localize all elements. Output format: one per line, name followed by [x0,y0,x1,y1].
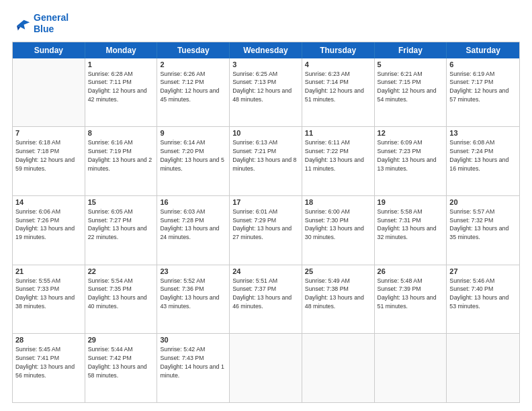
day-cell-26: 26Sunrise: 5:48 AMSunset: 7:39 PMDayligh… [375,265,447,334]
day-number: 3 [232,60,299,68]
day-cell-28: 28Sunrise: 5:45 AMSunset: 7:41 PMDayligh… [13,334,85,402]
day-cell-12: 12Sunrise: 6:09 AMSunset: 7:23 PMDayligh… [375,127,447,195]
empty-cell [375,334,447,402]
day-info: Sunrise: 6:14 AMSunset: 7:20 PMDaylight:… [160,138,226,173]
day-cell-9: 9Sunrise: 6:14 AMSunset: 7:20 PMDaylight… [157,127,230,195]
day-cell-16: 16Sunrise: 6:03 AMSunset: 7:28 PMDayligh… [157,196,230,265]
day-number: 30 [160,336,226,344]
day-info: Sunrise: 6:26 AMSunset: 7:12 PMDaylight:… [160,70,226,104]
header-day-friday: Friday [375,42,447,58]
day-number: 18 [305,198,371,206]
day-number: 16 [160,198,226,206]
day-number: 8 [88,129,154,137]
day-info: Sunrise: 6:06 AMSunset: 7:26 PMDaylight:… [15,208,82,242]
day-number: 14 [15,198,82,206]
day-cell-14: 14Sunrise: 6:06 AMSunset: 7:26 PMDayligh… [13,196,85,265]
day-number: 5 [378,60,444,68]
day-cell-17: 17Sunrise: 6:01 AMSunset: 7:29 PMDayligh… [230,196,302,265]
day-info: Sunrise: 6:11 AMSunset: 7:22 PMDaylight:… [305,138,371,173]
header: General Blue [12,12,520,35]
day-cell-15: 15Sunrise: 6:05 AMSunset: 7:27 PMDayligh… [85,196,158,265]
day-info: Sunrise: 6:23 AMSunset: 7:14 PMDaylight:… [305,70,371,104]
day-info: Sunrise: 5:54 AMSunset: 7:35 PMDaylight:… [88,277,154,311]
day-info: Sunrise: 5:49 AMSunset: 7:38 PMDaylight:… [305,277,371,311]
day-info: Sunrise: 6:21 AMSunset: 7:15 PMDaylight:… [378,70,444,104]
day-cell-25: 25Sunrise: 5:49 AMSunset: 7:38 PMDayligh… [302,265,375,334]
empty-cell [447,334,519,402]
day-number: 6 [449,60,517,68]
day-number: 22 [88,267,154,275]
day-number: 19 [378,198,444,206]
day-number: 1 [88,60,154,68]
day-info: Sunrise: 6:16 AMSunset: 7:19 PMDaylight:… [88,138,154,173]
day-cell-5: 5Sunrise: 6:21 AMSunset: 7:15 PMDaylight… [375,58,447,127]
day-info: Sunrise: 5:55 AMSunset: 7:33 PMDaylight:… [15,277,82,311]
header-day-thursday: Thursday [302,42,375,58]
day-number: 23 [160,267,226,275]
day-cell-21: 21Sunrise: 5:55 AMSunset: 7:33 PMDayligh… [13,265,85,334]
day-number: 25 [305,267,371,275]
header-day-tuesday: Tuesday [157,42,230,58]
day-cell-29: 29Sunrise: 5:44 AMSunset: 7:42 PMDayligh… [85,334,158,402]
day-info: Sunrise: 6:13 AMSunset: 7:21 PMDaylight:… [232,138,299,173]
day-info: Sunrise: 5:46 AMSunset: 7:40 PMDaylight:… [449,277,517,311]
week-row-2: 7Sunrise: 6:18 AMSunset: 7:18 PMDaylight… [13,127,519,196]
day-cell-8: 8Sunrise: 6:16 AMSunset: 7:19 PMDaylight… [85,127,158,195]
empty-cell [302,334,375,402]
day-number: 28 [15,336,82,344]
day-info: Sunrise: 5:44 AMSunset: 7:42 PMDaylight:… [88,345,154,379]
week-row-1: 1Sunrise: 6:28 AMSunset: 7:11 PMDaylight… [13,58,519,128]
day-number: 7 [15,129,82,137]
day-number: 27 [449,267,517,275]
day-number: 4 [305,60,371,68]
day-info: Sunrise: 5:52 AMSunset: 7:36 PMDaylight:… [160,277,226,311]
day-info: Sunrise: 5:58 AMSunset: 7:31 PMDaylight:… [378,208,444,242]
logo-text: General Blue [34,12,69,35]
day-cell-7: 7Sunrise: 6:18 AMSunset: 7:18 PMDaylight… [13,127,85,195]
day-cell-20: 20Sunrise: 5:57 AMSunset: 7:32 PMDayligh… [447,196,519,265]
week-row-5: 28Sunrise: 5:45 AMSunset: 7:41 PMDayligh… [13,334,519,402]
day-cell-19: 19Sunrise: 5:58 AMSunset: 7:31 PMDayligh… [375,196,447,265]
day-info: Sunrise: 6:18 AMSunset: 7:18 PMDaylight:… [15,138,82,173]
page: General Blue SundayMondayTuesdayWednesda… [0,0,532,411]
day-info: Sunrise: 6:01 AMSunset: 7:29 PMDaylight:… [232,208,299,242]
day-cell-10: 10Sunrise: 6:13 AMSunset: 7:21 PMDayligh… [230,127,302,195]
day-info: Sunrise: 5:57 AMSunset: 7:32 PMDaylight:… [449,208,517,242]
day-number: 26 [378,267,444,275]
day-number: 13 [449,129,517,137]
calendar-body: 1Sunrise: 6:28 AMSunset: 7:11 PMDaylight… [13,58,519,402]
day-number: 11 [305,129,371,137]
day-info: Sunrise: 5:42 AMSunset: 7:43 PMDaylight:… [160,345,226,379]
day-cell-4: 4Sunrise: 6:23 AMSunset: 7:14 PMDaylight… [302,58,375,127]
day-info: Sunrise: 6:09 AMSunset: 7:23 PMDaylight:… [378,138,444,173]
header-day-monday: Monday [85,42,158,58]
day-cell-2: 2Sunrise: 6:26 AMSunset: 7:12 PMDaylight… [157,58,230,127]
day-info: Sunrise: 6:25 AMSunset: 7:13 PMDaylight:… [232,70,299,104]
day-info: Sunrise: 6:08 AMSunset: 7:24 PMDaylight:… [449,138,517,173]
day-number: 15 [88,198,154,206]
day-cell-30: 30Sunrise: 5:42 AMSunset: 7:43 PMDayligh… [157,334,230,402]
day-number: 9 [160,129,226,137]
day-cell-11: 11Sunrise: 6:11 AMSunset: 7:22 PMDayligh… [302,127,375,195]
day-info: Sunrise: 5:51 AMSunset: 7:37 PMDaylight:… [232,277,299,311]
day-info: Sunrise: 5:45 AMSunset: 7:41 PMDaylight:… [15,345,82,379]
empty-cell [13,58,85,127]
day-info: Sunrise: 6:00 AMSunset: 7:30 PMDaylight:… [305,208,371,242]
day-number: 17 [232,198,299,206]
day-cell-23: 23Sunrise: 5:52 AMSunset: 7:36 PMDayligh… [157,265,230,334]
day-cell-27: 27Sunrise: 5:46 AMSunset: 7:40 PMDayligh… [447,265,519,334]
week-row-3: 14Sunrise: 6:06 AMSunset: 7:26 PMDayligh… [13,196,519,265]
day-info: Sunrise: 6:05 AMSunset: 7:27 PMDaylight:… [88,208,154,242]
logo: General Blue [12,12,69,35]
header-day-wednesday: Wednesday [230,42,302,58]
week-row-4: 21Sunrise: 5:55 AMSunset: 7:33 PMDayligh… [13,265,519,334]
day-cell-3: 3Sunrise: 6:25 AMSunset: 7:13 PMDaylight… [230,58,302,127]
header-day-saturday: Saturday [447,42,519,58]
day-cell-24: 24Sunrise: 5:51 AMSunset: 7:37 PMDayligh… [230,265,302,334]
day-number: 10 [232,129,299,137]
day-number: 12 [378,129,444,137]
day-number: 29 [88,336,154,344]
calendar-header: SundayMondayTuesdayWednesdayThursdayFrid… [13,42,519,58]
day-cell-22: 22Sunrise: 5:54 AMSunset: 7:35 PMDayligh… [85,265,158,334]
day-number: 24 [232,267,299,275]
